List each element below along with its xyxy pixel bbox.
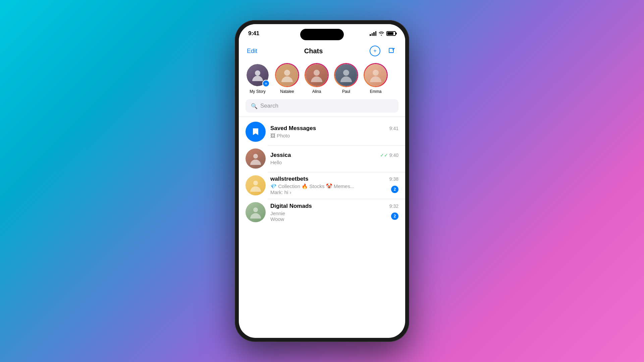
svg-point-3 [314,70,320,76]
saved-messages-top: Saved Messages 9:41 [270,125,398,132]
search-placeholder: Search [260,103,278,109]
digitalnomads-preview2: Woow [270,216,388,222]
svg-point-2 [284,70,290,76]
paul-label: Paul [342,89,350,94]
page-title: Chats [304,47,323,55]
digitalnomads-avatar [246,202,266,222]
search-icon: 🔍 [251,103,258,109]
battery-icon [386,31,396,36]
wallstreetbets-avatar [246,175,266,195]
svg-point-4 [343,70,349,76]
alina-face [306,64,328,86]
alina-label: Alina [312,89,321,94]
status-time: 9:41 [248,30,259,37]
emma-avatar [364,63,388,87]
paul-person-icon [339,68,353,82]
paul-avatar-wrap [334,63,358,87]
digitalnomads-name: Digital Nomads [270,203,312,209]
story-item-natalee[interactable]: Natalee [275,63,299,94]
natalee-avatar-wrap [275,63,299,87]
wallstreetbets-preview-wrap: 💎 Collection 🔥 Stocks 🤡 Memes... Mark: h… [270,183,388,195]
svg-point-1 [255,70,260,76]
emma-label: Emma [370,89,382,94]
jessica-time: 9:40 [389,153,398,158]
saved-messages-content: Saved Messages 9:41 🖼 🖼 PhotoPhoto [270,125,398,138]
digitalnomads-preview1: Jennie [270,210,388,216]
phone-frame: 9:41 Edit Chat [235,20,409,342]
natalee-avatar [275,63,299,87]
dynamic-island [300,29,344,40]
natalee-face [276,64,298,86]
digitalnomads-content: Digital Nomads 9:32 Jennie Woow 2 [270,203,398,222]
divider [239,117,405,117]
emma-face [365,64,387,86]
signal-icon [370,31,376,36]
add-contact-button[interactable]: + [370,46,380,56]
jessica-person-icon [249,152,262,165]
plus-icon: + [373,48,376,54]
svg-point-5 [373,70,379,76]
compose-icon [388,47,395,55]
paul-face [335,64,357,86]
chat-list: Saved Messages 9:41 🖼 🖼 PhotoPhoto [239,118,405,338]
saved-messages-time: 9:41 [389,126,398,131]
saved-messages-avatar [246,122,266,142]
compose-button[interactable] [386,46,397,56]
digitalnomads-time: 9:32 [389,203,398,209]
story-item-mystory[interactable]: + My Story [246,63,270,94]
jessica-preview: Hello [270,160,398,165]
chat-item-wallstreetbets[interactable]: wallstreetbets 9:38 💎 Collection 🔥 Stock… [239,172,405,199]
add-story-button[interactable]: + [262,80,270,87]
bookmark-icon [251,127,261,137]
chat-item-saved[interactable]: Saved Messages 9:41 🖼 🖼 PhotoPhoto [239,118,405,145]
chat-item-jessica[interactable]: Jessica ✓✓ 9:40 Hello [239,145,405,172]
wallstreetbets-preview1: 💎 Collection 🔥 Stocks 🤡 Memes... [270,183,388,189]
read-checkmark: ✓✓ [380,153,388,158]
chat-item-digitalnomads[interactable]: Digital Nomads 9:32 Jennie Woow 2 [239,199,405,226]
search-bar[interactable]: 🔍 Search [246,99,398,113]
chats-header: Edit Chats + [239,43,405,60]
emma-person-icon [369,68,383,82]
digitalnomads-bottom: Jennie Woow 2 [270,210,398,222]
status-bar: 9:41 [239,24,405,43]
svg-point-6 [253,154,258,159]
emma-avatar-wrap [364,63,388,87]
jessica-top: Jessica ✓✓ 9:40 [270,152,398,159]
alina-avatar [305,63,329,87]
paul-avatar [334,63,358,87]
digitalnomads-top: Digital Nomads 9:32 [270,203,398,209]
wallstreet-person-icon [249,179,262,192]
jessica-name: Jessica [270,152,291,159]
alina-avatar-wrap [305,63,329,87]
saved-messages-bottom: 🖼 🖼 PhotoPhoto [270,133,398,138]
wallstreetbets-top: wallstreetbets 9:38 [270,176,398,182]
stories-row: + My Story Natalee [239,60,405,99]
mystory-avatar-wrap: + [246,63,270,87]
wallstreetbets-badge: 2 [391,186,398,193]
wallstreetbets-preview2: Mark: hi › [270,189,388,195]
wallstreetbets-content: wallstreetbets 9:38 💎 Collection 🔥 Stock… [270,176,398,195]
story-item-emma[interactable]: Emma [364,63,388,94]
story-item-paul[interactable]: Paul [334,63,358,94]
status-icons [370,31,396,37]
wallstreetbets-bottom: 💎 Collection 🔥 Stocks 🤡 Memes... Mark: h… [270,183,398,195]
wifi-icon [379,31,384,37]
person-icon [251,68,264,82]
wallstreetbets-time: 9:38 [389,176,398,182]
story-item-alina[interactable]: Alina [305,63,329,94]
digitalnomads-badge: 2 [391,213,398,220]
jessica-time-wrap: ✓✓ 9:40 [380,153,398,158]
jessica-bottom: Hello [270,160,398,165]
svg-point-7 [253,181,258,185]
alina-person-icon [310,68,324,82]
phone-screen: 9:41 Edit Chat [239,24,405,338]
header-actions: + [370,46,397,56]
edit-button[interactable]: Edit [247,48,257,55]
svg-point-8 [253,207,258,212]
digitalnomads-preview-wrap: Jennie Woow [270,210,388,222]
saved-messages-preview: 🖼 🖼 PhotoPhoto [270,133,398,138]
wallstreetbets-name: wallstreetbets [270,176,308,182]
saved-messages-name: Saved Messages [270,125,316,132]
mystory-label: My Story [250,89,265,94]
jessica-avatar [246,148,266,169]
